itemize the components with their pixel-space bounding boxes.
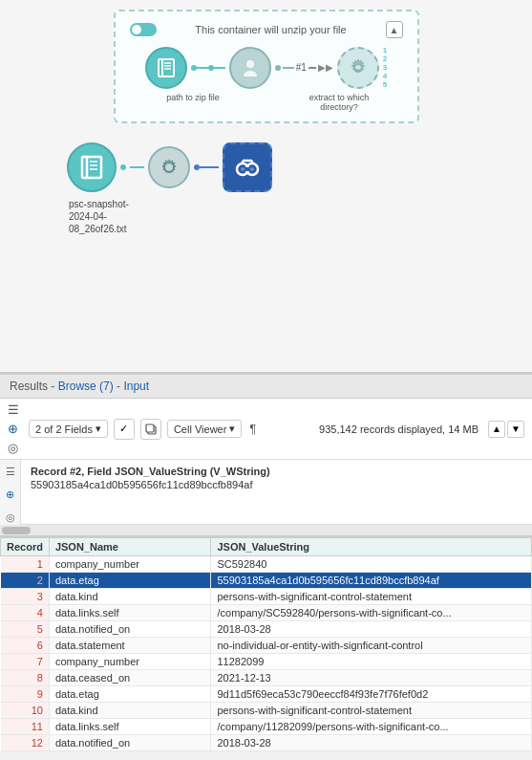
cell-viewer-label: Cell Viewer: [174, 423, 226, 435]
results-header: Results - Browse (7) - Input: [0, 375, 532, 399]
nav-arrows: ▲ ▼: [488, 421, 524, 438]
row-json-name: data.etag: [49, 573, 211, 589]
node-labels: path to zip file extract to which direct…: [130, 93, 403, 112]
table-row[interactable]: 12data.notified_on2018-03-28: [1, 735, 532, 751]
fields-button[interactable]: 2 of 2 Fields ▾: [29, 420, 108, 438]
book-icon: [154, 55, 179, 80]
settings-icon[interactable]: ⊕: [8, 422, 19, 436]
nav-up-button[interactable]: ▲: [488, 421, 505, 438]
row-json-name: data.links.self: [49, 605, 211, 621]
main-book-node[interactable]: [67, 142, 117, 192]
table-row[interactable]: 10data.kindpersons-with-significant-cont…: [1, 703, 532, 719]
gear-node[interactable]: [337, 47, 379, 89]
row-json-name: data.kind: [49, 589, 211, 605]
table-row[interactable]: 11data.links.self/company/11282099/perso…: [1, 719, 532, 735]
table-row[interactable]: 2data.etag55903185a4ca1d0b595656fc11cd89…: [1, 573, 532, 589]
check-icon-button[interactable]: ✓: [114, 419, 135, 440]
copy-icon: [145, 423, 157, 435]
record-value: 55903185a4ca1d0b595656fc11cd89bccfb894af: [31, 479, 522, 490]
process-node[interactable]: [229, 47, 271, 89]
cell-viewer-chevron: ▾: [229, 423, 235, 435]
node-numbers: 12345: [383, 46, 387, 89]
paragraph-icon[interactable]: ¶: [249, 422, 256, 436]
results-browse[interactable]: Browse (7): [58, 380, 114, 393]
zip-container: This container will unzip your file ▲: [114, 10, 419, 123]
record-info: Record #2, Field JSON_ValueString (V_WSt…: [31, 466, 522, 477]
table-row[interactable]: 9data.etag9d11d5f69eca53c790eeccf84f93fe…: [1, 686, 532, 703]
row-number: 12: [1, 735, 50, 751]
row-json-name: data.statement: [49, 638, 211, 654]
second-workflow: psc-snapshot-2024-04-08_26of26.txt: [10, 142, 522, 235]
side-circle-icon[interactable]: ◎: [3, 510, 18, 525]
row-json-name: data.notified_on: [49, 735, 211, 751]
row-number: 2: [1, 573, 50, 589]
file-label: psc-snapshot-2024-04-08_26of26.txt: [69, 198, 129, 235]
cell-viewer-button[interactable]: Cell Viewer ▾: [167, 420, 242, 438]
table-row[interactable]: 1company_numberSC592840: [1, 556, 532, 573]
row-json-name: data.ceased_on: [49, 670, 211, 686]
row-json-value: 9d11d5f69eca53c790eeccf84f93fe7f76fef0d2: [211, 686, 532, 703]
nav-down-button[interactable]: ▼: [507, 421, 524, 438]
table-row[interactable]: 6data.statementno-individual-or-entity-w…: [1, 638, 532, 654]
results-separator: -: [51, 380, 57, 393]
row-json-name: data.links.self: [49, 719, 211, 735]
row-number: 9: [1, 686, 50, 703]
row-json-value: persons-with-significant-control-stateme…: [211, 703, 532, 719]
chevron-down-icon: ▾: [96, 423, 101, 435]
node-label-2: extract to which directory?: [306, 93, 372, 112]
row-number: 6: [1, 638, 50, 654]
row-json-value: no-individual-or-entity-with-signficant-…: [211, 638, 532, 654]
table-row[interactable]: 4data.links.self/company/SC592840/person…: [1, 605, 532, 621]
table-row[interactable]: 8data.ceased_on2021-12-13: [1, 670, 532, 686]
row-json-value: SC592840: [211, 556, 532, 573]
connector2: #1 ▶▶: [275, 62, 333, 73]
main-gear-node[interactable]: [148, 146, 190, 188]
horizontal-scrollbar[interactable]: [0, 525, 532, 536]
side-list-icon[interactable]: ☰: [3, 464, 18, 479]
svg-point-20: [250, 167, 254, 171]
scroll-thumb[interactable]: [2, 527, 31, 534]
row-json-value: 11282099: [211, 654, 532, 670]
browse-node[interactable]: [223, 142, 272, 192]
conn-line-1: [130, 166, 144, 168]
table-row[interactable]: 3data.kindpersons-with-significant-contr…: [1, 589, 532, 605]
table-header: Record JSON_Name JSON_ValueString: [1, 538, 532, 556]
row-json-value: 55903185a4ca1d0b595656fc11cd89bccfb894af: [211, 573, 532, 589]
row-json-value: /company/SC592840/persons-with-significa…: [211, 605, 532, 621]
results-input[interactable]: Input: [123, 380, 149, 393]
fields-label: 2 of 2 Fields: [35, 423, 93, 435]
copy-icon-button[interactable]: [140, 419, 161, 440]
row-json-name: data.kind: [49, 703, 211, 719]
row-number: 1: [1, 556, 50, 573]
expand-button[interactable]: ▲: [386, 21, 403, 38]
table-row[interactable]: 7company_number11282099: [1, 654, 532, 670]
table-row[interactable]: 5data.notified_on2018-03-28: [1, 621, 532, 638]
row-number: 5: [1, 621, 50, 638]
book-node[interactable]: [145, 47, 187, 89]
side-plus-icon[interactable]: ⊕: [3, 487, 18, 502]
svg-rect-0: [159, 59, 174, 76]
row-number: 8: [1, 670, 50, 686]
main-gear-icon: [157, 155, 181, 180]
zip-toggle[interactable]: [130, 23, 157, 36]
results-toolbar: ☰ ⊕ ◎ 2 of 2 Fields ▾ ✓ Cell Viewer ▾ ¶ …: [0, 399, 532, 460]
row-number: 11: [1, 719, 50, 735]
svg-rect-15: [245, 167, 249, 171]
zip-container-header: This container will unzip your file ▲: [130, 21, 403, 38]
table-container: Record JSON_Name JSON_ValueString 1compa…: [0, 536, 532, 751]
row-json-value: persons-with-significant-control-stateme…: [211, 589, 532, 605]
person-icon: [238, 55, 263, 80]
results-title: Results: [10, 380, 48, 393]
circle-icon[interactable]: ◎: [8, 441, 19, 455]
svg-point-5: [246, 60, 254, 68]
row-json-name: company_number: [49, 556, 211, 573]
records-info: 935,142 records displayed, 14 MB: [319, 423, 479, 435]
side-icons: ☰ ⊕ ◎: [0, 460, 21, 525]
record-viewer: Record #2, Field JSON_ValueString (V_WSt…: [21, 460, 532, 525]
col-record: Record: [1, 538, 50, 556]
list-icon[interactable]: ☰: [8, 402, 19, 417]
gear-icon: [346, 55, 371, 80]
node-label-1: path to zip file: [160, 93, 226, 112]
results-panel: Results - Browse (7) - Input ☰ ⊕ ◎ 2 of …: [0, 373, 532, 751]
blue-connector: [194, 164, 219, 170]
